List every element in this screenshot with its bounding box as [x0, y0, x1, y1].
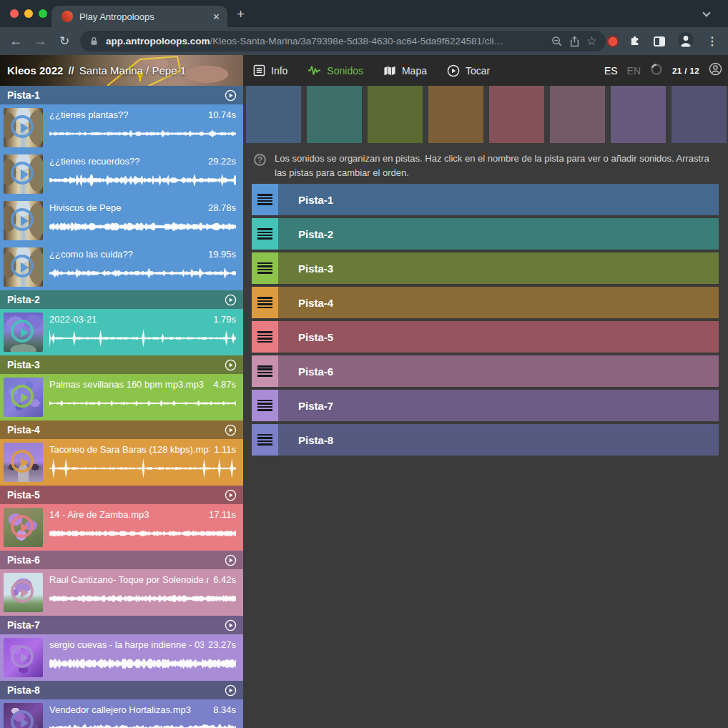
traffic-maximize-button[interactable] — [39, 9, 47, 18]
nav-item-info[interactable]: Info — [253, 64, 287, 77]
nav-item-tocar[interactable]: Tocar — [447, 64, 490, 77]
forward-button[interactable]: → — [30, 27, 50, 55]
clip-thumbnail[interactable] — [4, 573, 43, 612]
track-play-button[interactable] — [225, 489, 237, 501]
track-header[interactable]: Pista-1 — [0, 86, 243, 104]
tab-close-icon[interactable]: ✕ — [212, 11, 220, 22]
track-row[interactable]: Pista-4 — [252, 287, 719, 318]
clip-title: ¿¿como las cuida?? — [49, 249, 204, 260]
share-icon[interactable] — [569, 36, 580, 47]
audio-clip[interactable]: Vendedor callejero Hortalizas.mp3 8.34s — [0, 699, 243, 728]
drag-handle[interactable] — [252, 218, 278, 250]
clip-title: Raul Cantizano- Toque por Solenoide.mp3 — [49, 574, 209, 585]
drag-handle-icon — [257, 194, 272, 205]
track-header[interactable]: Pista-5 — [0, 486, 243, 504]
address-bar[interactable]: app.antropoloops.com/Kleos-Santa-Marina/… — [80, 31, 606, 51]
tab-search-chevron-icon[interactable] — [702, 9, 710, 16]
track-pad-swatch[interactable] — [246, 86, 301, 143]
zoom-out-icon[interactable] — [551, 36, 563, 47]
side-panel-icon[interactable] — [654, 36, 665, 46]
track-header[interactable]: Pista-6 — [0, 551, 243, 569]
audio-clip[interactable]: sergio cuevas - la harpe indienne - 03 -… — [0, 634, 243, 681]
lang-es-toggle[interactable]: ES — [604, 65, 618, 77]
nav-item-mapa[interactable]: Mapa — [383, 65, 427, 77]
track-row[interactable]: Pista-2 — [252, 218, 719, 250]
back-button[interactable]: ← — [6, 27, 26, 55]
drag-handle[interactable] — [252, 355, 278, 387]
clip-thumbnail[interactable] — [4, 378, 43, 417]
track-play-button[interactable] — [225, 684, 237, 697]
drag-handle[interactable] — [252, 321, 278, 353]
traffic-minimize-button[interactable] — [24, 9, 33, 18]
track-pad-swatch[interactable] — [368, 86, 423, 143]
url-text[interactable]: app.antropoloops.com/Kleos-Santa-Marina/… — [106, 36, 545, 46]
clip-thumbnail[interactable] — [4, 508, 43, 547]
track-row[interactable]: Pista-8 — [252, 424, 719, 456]
clip-thumbnail[interactable] — [4, 154, 43, 194]
clip-thumbnail[interactable] — [4, 313, 43, 352]
reload-button[interactable]: ↻ — [54, 27, 74, 55]
browser-menu-kebab-icon[interactable]: ⋮ — [707, 34, 718, 48]
clip-thumbnail[interactable] — [4, 247, 43, 287]
track-row[interactable]: Pista-7 — [252, 390, 719, 421]
track-row[interactable]: Pista-1 — [252, 184, 719, 215]
drag-handle[interactable] — [252, 184, 278, 215]
drag-handle[interactable] — [252, 252, 278, 284]
track-row[interactable]: Pista-5 — [252, 321, 719, 353]
track-row[interactable]: Pista-6 — [252, 355, 719, 387]
clip-thumbnail[interactable] — [4, 201, 43, 240]
bookmark-star-icon[interactable]: ☆ — [586, 34, 597, 49]
account-icon[interactable] — [709, 62, 722, 79]
track-header[interactable]: Pista-2 — [0, 290, 243, 309]
audio-clip[interactable]: Hiviscus de Pepe 28.78s — [0, 197, 243, 244]
track-pad-swatch[interactable] — [611, 86, 666, 143]
drag-handle[interactable] — [252, 424, 278, 456]
clip-title: Vendedor callejero Hortalizas.mp3 — [49, 704, 209, 715]
audio-clip[interactable]: Raul Cantizano- Toque por Solenoide.mp3 … — [0, 569, 243, 616]
track-name: Pista-3 — [7, 359, 40, 370]
audio-clip[interactable]: 14 - Aire de Zamba.mp3 17.11s — [0, 504, 243, 551]
lang-en-toggle[interactable]: EN — [627, 65, 641, 77]
track-play-button[interactable] — [225, 554, 237, 566]
browser-tab[interactable]: Play Antropoloops ✕ — [51, 6, 227, 27]
audio-clip[interactable]: ¿¿como las cuida?? 19.95s — [0, 244, 243, 290]
profile-avatar[interactable] — [677, 31, 694, 51]
clip-thumbnail[interactable] — [4, 703, 43, 728]
track-pad-swatch[interactable] — [489, 86, 544, 143]
clip-thumbnail[interactable] — [4, 108, 43, 147]
track-play-button[interactable] — [225, 359, 237, 371]
drag-handle[interactable] — [252, 390, 278, 421]
clip-play-triangle-icon — [21, 216, 29, 226]
track-row[interactable]: Pista-3 — [252, 252, 719, 284]
clip-play-triangle-icon — [21, 523, 29, 533]
audio-clip[interactable]: Taconeo de Sara Baras (128 kbps).mp3 1.1… — [0, 439, 243, 486]
record-extension-icon[interactable] — [609, 37, 617, 46]
track-header[interactable]: Pista-3 — [0, 355, 243, 374]
clip-thumbnail[interactable] — [4, 638, 43, 677]
drag-handle[interactable] — [252, 287, 278, 318]
track-play-button[interactable] — [225, 294, 237, 306]
audio-clip[interactable]: ¿¿tienes recuerdos?? 29.22s — [0, 151, 243, 197]
track-play-button[interactable] — [225, 619, 237, 631]
track-play-button[interactable] — [225, 89, 237, 102]
track-pad-swatch[interactable] — [550, 86, 605, 143]
audio-clip[interactable]: 2022-03-21 1.79s — [0, 309, 243, 355]
track-pad-swatch[interactable] — [672, 86, 727, 143]
track-header[interactable]: Pista-8 — [0, 681, 243, 699]
track-play-button[interactable] — [225, 424, 237, 436]
audio-clip[interactable]: Palmas sevillanas 160 bpm mp3.mp3 4.87s — [0, 374, 243, 420]
traffic-close-button[interactable] — [10, 9, 19, 18]
extensions-puzzle-icon[interactable] — [629, 34, 641, 49]
track-pad-swatch[interactable] — [428, 86, 483, 143]
breadcrumb-project[interactable]: Kleos 2022 — [7, 64, 63, 77]
track-header[interactable]: Pista-7 — [0, 616, 243, 634]
audio-clip[interactable]: ¿¿tienes plantas?? 10.74s — [0, 104, 243, 151]
breadcrumb-title: Santa Marina / Pepe 1 — [79, 64, 186, 77]
clip-thumbnail[interactable] — [4, 443, 43, 482]
track-name: Pista-6 — [7, 554, 40, 566]
track-header[interactable]: Pista-4 — [0, 420, 243, 439]
track-pad-swatch[interactable] — [307, 86, 362, 143]
new-tab-button[interactable]: + — [237, 6, 245, 22]
tab-title: Play Antropoloops — [79, 11, 206, 22]
nav-item-sonidos[interactable]: Sonidos — [308, 64, 363, 77]
